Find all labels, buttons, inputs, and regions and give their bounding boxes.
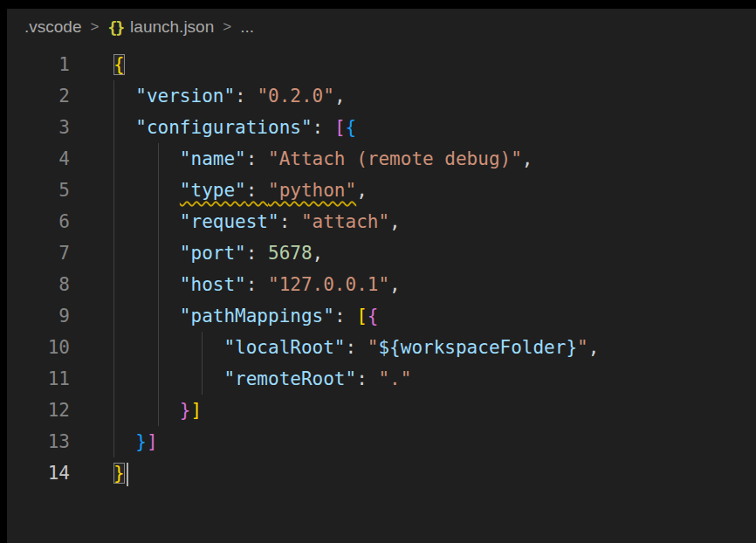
- breadcrumb-folder[interactable]: .vscode: [24, 17, 81, 37]
- code-line[interactable]: "type": "python",: [94, 175, 756, 206]
- line-number[interactable]: 10: [7, 332, 94, 363]
- code-token: "port": [180, 243, 246, 264]
- line-number[interactable]: 13: [7, 426, 94, 457]
- indent-guide: [113, 363, 114, 395]
- code-row: 4 "name": "Attach (remote debug)",: [7, 143, 756, 175]
- line-number[interactable]: 12: [7, 395, 94, 426]
- code-line[interactable]: "version": "0.2.0",: [94, 80, 756, 112]
- breadcrumb-file[interactable]: launch.json: [130, 17, 214, 37]
- code-token: {: [368, 306, 379, 326]
- code-token: :: [246, 148, 268, 169]
- indent-guide: [158, 363, 159, 395]
- code-line[interactable]: "port": 5678,: [94, 237, 756, 269]
- code-line[interactable]: "configurations": [{: [94, 112, 756, 143]
- code-token: ,: [389, 211, 401, 232]
- code-line[interactable]: }]: [94, 426, 756, 457]
- code-token: "attach": [301, 211, 389, 232]
- indent-guide: [158, 332, 159, 363]
- code-line[interactable]: {: [94, 49, 756, 80]
- code-row: 13 }]: [7, 426, 756, 457]
- code-token: {: [346, 117, 357, 138]
- code-token: "version": [135, 86, 235, 107]
- indent-guide: [113, 426, 114, 457]
- code-token: "name": [180, 148, 246, 169]
- code-row: 8 "host": "127.0.0.1",: [7, 269, 756, 300]
- code-token: :: [334, 306, 356, 326]
- indent-guide: [113, 80, 114, 112]
- code-token: ${workspaceFolder}: [378, 337, 577, 358]
- window-top-edge: [0, 0, 756, 9]
- json-file-icon: {}: [107, 18, 123, 37]
- code-token: "Attach (remote debug)": [268, 148, 522, 169]
- indent-guide: [158, 395, 159, 426]
- indent-guide: [113, 143, 114, 175]
- indent-guide: [158, 143, 159, 175]
- line-number[interactable]: 14: [7, 457, 94, 489]
- indent-guide: [158, 300, 159, 332]
- code-token: :: [313, 117, 334, 138]
- code-token: ,: [313, 243, 324, 264]
- code-line[interactable]: }: [94, 457, 756, 489]
- line-number[interactable]: 7: [7, 237, 94, 269]
- chevron-right-icon: >: [90, 18, 99, 36]
- code-token: [: [334, 117, 346, 138]
- line-number[interactable]: 9: [7, 300, 94, 332]
- code-token: ": [368, 337, 379, 358]
- editor-pane: .vscode > {} launch.json > ... 1{2 "vers…: [7, 9, 756, 543]
- code-line[interactable]: "remoteRoot": ".": [94, 363, 756, 395]
- code-token: ,: [389, 274, 401, 295]
- matched-bracket: }: [113, 463, 125, 484]
- line-number[interactable]: 6: [7, 206, 94, 237]
- code-token: "localRoot": [223, 337, 345, 358]
- code-line[interactable]: "host": "127.0.0.1",: [94, 269, 756, 300]
- code-token: "127.0.0.1": [268, 274, 389, 295]
- line-number[interactable]: 2: [7, 80, 94, 112]
- code-token: ": [577, 337, 588, 358]
- text-cursor: [127, 463, 128, 486]
- code-token: 5678: [268, 243, 313, 264]
- line-number[interactable]: 1: [7, 49, 94, 80]
- code-line[interactable]: "pathMappings": [{: [94, 300, 756, 332]
- matched-bracket: {: [113, 54, 125, 75]
- code-line[interactable]: }]: [94, 395, 756, 426]
- line-number[interactable]: 11: [7, 363, 94, 395]
- code-token: ]: [191, 400, 203, 421]
- code-row: 1{: [7, 49, 756, 80]
- breadcrumb-symbol[interactable]: ...: [240, 17, 254, 37]
- code-token: }: [135, 431, 147, 452]
- code-token: "0.2.0": [257, 86, 334, 107]
- indent-guide: [113, 112, 114, 143]
- code-token: ,: [356, 180, 368, 201]
- code-line[interactable]: "localRoot": "${workspaceFolder}",: [94, 332, 756, 363]
- indent-guide: [113, 395, 114, 426]
- code-token: ]: [147, 431, 158, 452]
- code-area: 1{2 "version": "0.2.0",3 "configurations…: [7, 49, 756, 489]
- code-row: 11 "remoteRoot": ".": [7, 363, 756, 395]
- indent-guide: [113, 300, 114, 332]
- code-token: "host": [180, 274, 246, 295]
- line-number[interactable]: 3: [7, 112, 94, 143]
- code-token: "pathMappings": [180, 306, 334, 326]
- code-token: [: [356, 306, 368, 326]
- code-token: :: [246, 274, 268, 295]
- code-line[interactable]: "request": "attach",: [94, 206, 756, 237]
- chevron-right-icon: >: [223, 18, 231, 36]
- code-token: "configurations": [135, 117, 312, 138]
- code-token: :: [346, 337, 368, 358]
- code-token: :: [356, 368, 378, 389]
- line-number[interactable]: 8: [7, 269, 94, 300]
- indent-guide: [113, 175, 114, 206]
- window-left-edge: [0, 0, 7, 543]
- line-number[interactable]: 5: [7, 175, 94, 206]
- indent-guide: [113, 332, 114, 363]
- code-token: "python": [268, 180, 356, 201]
- code-token: :: [246, 243, 268, 264]
- code-token: ,: [588, 337, 600, 358]
- code-row: 6 "request": "attach",: [7, 206, 756, 237]
- indent-guide: [202, 332, 203, 363]
- indent-guide: [202, 363, 203, 395]
- code-row: 3 "configurations": [{: [7, 112, 756, 143]
- line-number[interactable]: 4: [7, 143, 94, 175]
- code-token: ".": [378, 368, 411, 389]
- code-line[interactable]: "name": "Attach (remote debug)",: [94, 143, 756, 175]
